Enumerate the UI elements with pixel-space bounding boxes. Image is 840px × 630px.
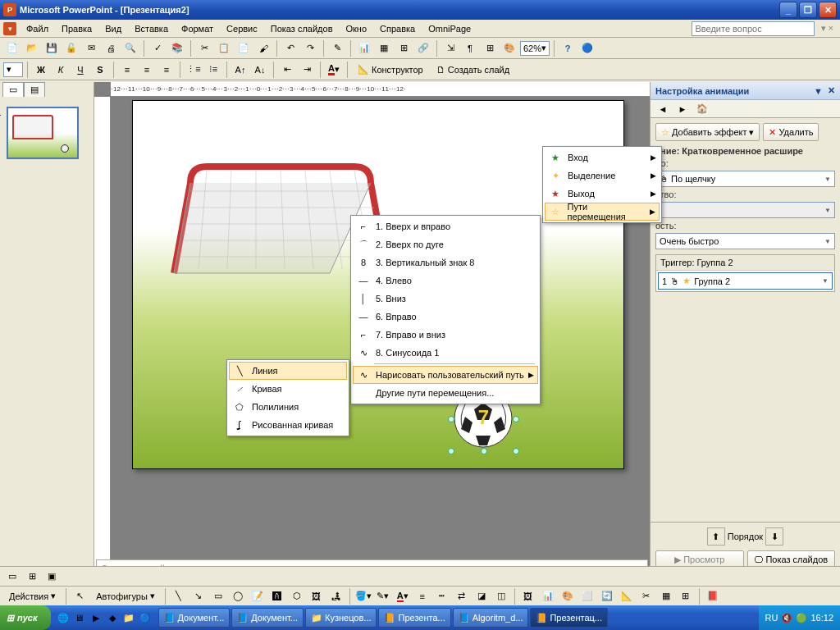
resize-handle[interactable] — [481, 448, 487, 454]
menu-up-right[interactable]: ⌐1. Вверх и вправо — [353, 217, 538, 235]
new-slide-button[interactable]: 🗋 Создать слайд — [431, 62, 515, 78]
system-tray[interactable]: RU 🔇 🟢 16:12 — [759, 605, 840, 630]
menu-curve[interactable]: ⟋Кривая — [229, 380, 347, 398]
question-input[interactable] — [692, 21, 815, 36]
italic-icon[interactable]: К — [52, 61, 70, 79]
view-show-icon[interactable]: ▣ — [43, 568, 61, 586]
dec-font-icon[interactable]: A↓ — [251, 61, 269, 79]
grid-icon[interactable]: ⊞ — [481, 39, 499, 57]
3d-style-icon[interactable]: ◫ — [492, 587, 510, 605]
delete-effect-button[interactable]: ✕ Удалить — [763, 123, 819, 141]
menu-figure-8[interactable]: 83. Вертикальный знак 8 — [353, 253, 538, 272]
hyperlink-icon[interactable]: 🔗 — [414, 39, 432, 57]
media-icon[interactable]: ▶ — [89, 610, 103, 625]
tray-icon2[interactable]: 🟢 — [796, 613, 807, 623]
menu-sine[interactable]: ∿8. Синусоида 1 — [353, 344, 538, 362]
align-center-icon[interactable]: ≡ — [138, 61, 156, 79]
start-select[interactable]: 🖱 По щелчку▼ — [655, 171, 835, 187]
permission-icon[interactable]: 🔓 — [62, 39, 80, 57]
task-folder[interactable]: 📁 Кузнецов... — [305, 608, 377, 628]
animation-item[interactable]: 1 🖱 ★ Группа 2 ▼ — [658, 272, 833, 290]
numbering-icon[interactable]: ⋮≡ — [185, 61, 203, 79]
start-button[interactable]: ⊞ пуск — [0, 605, 51, 630]
move-down-icon[interactable]: ⬇ — [765, 527, 783, 546]
ql6-icon[interactable]: 🔵 — [138, 610, 153, 625]
taskpane-close[interactable]: ✕ — [828, 85, 835, 96]
restore-button[interactable]: ❐ — [799, 2, 817, 18]
extra2-icon[interactable]: 📊 — [539, 587, 557, 605]
arrow-icon[interactable]: ↘ — [189, 587, 208, 605]
resize-handle[interactable] — [448, 416, 454, 422]
inc-font-icon[interactable]: A↑ — [231, 61, 249, 79]
copy-icon[interactable]: 📋 — [215, 39, 233, 57]
research-icon[interactable]: 📚 — [168, 39, 186, 57]
menu-scribble[interactable]: ʆРисованная кривая — [229, 416, 347, 434]
normal-view-tab[interactable]: ▭ — [2, 82, 24, 97]
close-button[interactable]: ✕ — [819, 2, 837, 18]
menu-emphasis[interactable]: ✦Выделение▶ — [545, 167, 660, 185]
cut-icon[interactable]: ✂ — [195, 39, 213, 57]
select-icon[interactable]: ↖ — [71, 587, 89, 605]
ink-icon[interactable]: ✎ — [328, 39, 346, 57]
task-word3[interactable]: 📘 Algoritm_d... — [453, 608, 529, 628]
menu-omnipage[interactable]: OmniPage — [422, 22, 477, 35]
extra7-icon[interactable]: ✂ — [637, 587, 655, 605]
show-format-icon[interactable]: ¶ — [461, 39, 479, 57]
redo-icon[interactable]: ↷ — [301, 39, 319, 57]
dec-indent-icon[interactable]: ⇤ — [278, 61, 296, 79]
bullets-icon[interactable]: ⁝≡ — [204, 61, 222, 79]
inc-indent-icon[interactable]: ⇥ — [298, 61, 316, 79]
menu-right-down[interactable]: ⌐7. Вправо и вниз — [353, 326, 538, 344]
tables-icon[interactable]: ⊞ — [395, 39, 413, 57]
menu-insert[interactable]: Вставка — [128, 22, 175, 35]
tray-icon[interactable]: 🔇 — [781, 613, 792, 623]
clipart-icon[interactable]: 🖼 — [308, 587, 326, 605]
extra9-icon[interactable]: ⊞ — [677, 587, 695, 605]
ie-icon[interactable]: 🌐 — [56, 610, 71, 625]
speed-select[interactable]: Очень быстро▼ — [655, 233, 835, 249]
bold-icon[interactable]: Ж — [32, 61, 50, 79]
align-left-icon[interactable]: ≡ — [118, 61, 136, 79]
actions-menu[interactable]: Действия ▾ — [3, 588, 62, 605]
resize-handle[interactable] — [513, 448, 519, 454]
home-icon[interactable]: 🏠 — [693, 100, 711, 118]
line-icon[interactable]: ╲ — [170, 587, 188, 605]
shadow-icon[interactable]: S — [91, 61, 109, 79]
brush-icon[interactable]: 🖌 — [254, 39, 272, 57]
font-color-icon[interactable]: A▾ — [325, 61, 343, 79]
lang-indicator[interactable]: RU — [765, 613, 778, 623]
save-icon[interactable]: 💾 — [43, 39, 61, 57]
forward-icon[interactable]: ► — [673, 100, 692, 118]
question-box[interactable] — [692, 21, 815, 36]
doc-icon[interactable]: ▾ — [3, 22, 16, 35]
arrow-style-icon[interactable]: ⇄ — [453, 587, 471, 605]
menu-arc-up[interactable]: ⌒2. Вверх по дуге — [353, 235, 538, 253]
print-icon[interactable]: 🖨 — [102, 39, 120, 57]
menu-right[interactable]: —6. Вправо — [353, 308, 538, 326]
menu-exit[interactable]: ★Выход▶ — [545, 185, 660, 203]
autoshapes-menu[interactable]: Автофигуры ▾ — [90, 588, 161, 605]
menu-window[interactable]: Окно — [340, 22, 374, 35]
task-word2[interactable]: 📘 Документ... — [231, 608, 304, 628]
menu-entrance[interactable]: ★Вход▶ — [545, 148, 660, 167]
new-icon[interactable]: 📄 — [3, 39, 21, 57]
outline-view-tab[interactable]: ▤ — [24, 82, 45, 97]
extra-icon[interactable]: 🖼 — [519, 587, 537, 605]
menu-motion-paths[interactable]: ☆Пути перемещения▶ — [545, 203, 660, 221]
line-style-icon[interactable]: ≡ — [413, 587, 431, 605]
design-button[interactable]: 📐 Конструктор — [352, 62, 429, 78]
resize-handle[interactable] — [448, 448, 454, 454]
scan-icon[interactable]: 🔵 — [578, 39, 596, 57]
shadow-style-icon[interactable]: ◪ — [472, 587, 491, 605]
chart-icon[interactable]: 📊 — [355, 39, 373, 57]
ql5-icon[interactable]: 📁 — [121, 610, 136, 625]
wordart-icon[interactable]: 🅰 — [268, 587, 286, 605]
menu-slideshow[interactable]: Показ слайдов — [264, 22, 340, 35]
slide-thumbnail-1[interactable]: 1 — [7, 107, 87, 159]
task-ppt-active[interactable]: 📙 Презентац... — [530, 608, 608, 628]
font-color-icon[interactable]: A▾ — [394, 587, 412, 605]
picture-icon[interactable]: 🏞 — [327, 587, 345, 605]
minimize-button[interactable]: _ — [779, 2, 797, 18]
align-right-icon[interactable]: ≡ — [158, 61, 176, 79]
underline-icon[interactable]: Ч — [71, 61, 89, 79]
